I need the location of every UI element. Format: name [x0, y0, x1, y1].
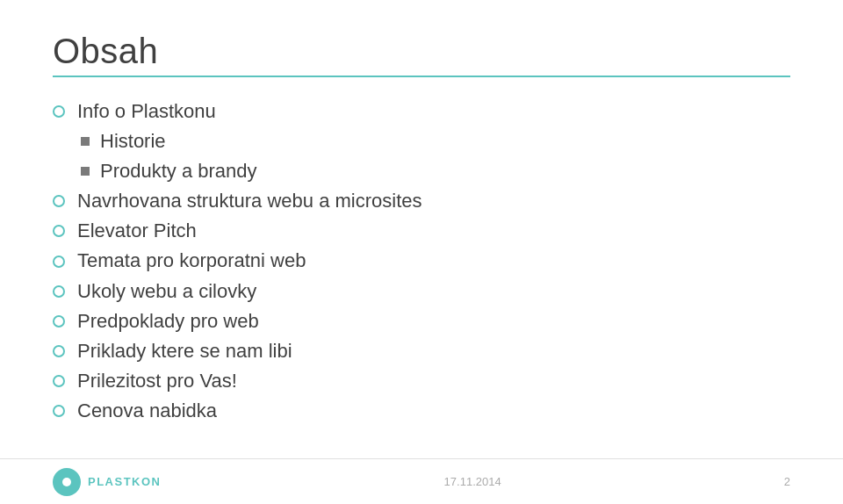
footer-date: 17.11.2014 — [444, 475, 501, 488]
footer-page: 2 — [784, 475, 790, 488]
list-item-text: Navrhovana struktura webu a microsites — [77, 186, 422, 216]
title-section: Obsah — [53, 32, 790, 77]
list-item-text: Temata pro korporatni web — [77, 246, 306, 276]
bullet-circle-icon — [53, 256, 65, 268]
list-item-text: Elevator Pitch — [77, 216, 197, 246]
bullet-circle-icon — [53, 345, 65, 357]
slide-title: Obsah — [53, 32, 790, 70]
bullet-circle-icon — [53, 285, 65, 298]
list-item-text: Info o Plastkonu — [77, 97, 216, 126]
logo-text: PLASTKON — [88, 475, 162, 488]
list-item-text: Predpoklady pro web — [77, 306, 259, 336]
list-item: Temata pro korporatni web — [53, 246, 790, 276]
list-item: Cenova nabidka — [53, 396, 790, 426]
list-item-text: Produkty a brandy — [100, 156, 257, 186]
list-item-text: Prilezitost pro Vas! — [77, 366, 237, 396]
list-item-text: Cenova nabidka — [77, 396, 217, 426]
list-item: Priklady ktere se nam libi — [53, 336, 790, 366]
list-item: Info o Plastkonu — [53, 97, 790, 126]
bullet-circle-icon — [53, 225, 65, 237]
bullet-square-icon — [81, 167, 90, 176]
title-divider — [53, 76, 790, 77]
list-item: Prilezitost pro Vas! — [53, 366, 790, 396]
list-item: Produkty a brandy — [53, 156, 790, 186]
list-item-text: Historie — [100, 126, 166, 156]
bullet-circle-icon — [53, 195, 65, 207]
list-item: Navrhovana struktura webu a microsites — [53, 186, 790, 216]
bullet-circle-icon — [53, 405, 65, 417]
list-item: Predpoklady pro web — [53, 306, 790, 336]
bullet-circle-icon — [53, 315, 65, 328]
slide: Obsah Info o PlastkonuHistorieProdukty a… — [0, 0, 843, 504]
list-item-text: Priklady ktere se nam libi — [77, 336, 292, 366]
list-item: Elevator Pitch — [53, 216, 790, 246]
bullet-square-icon — [81, 137, 90, 146]
content-list: Info o PlastkonuHistorieProdukty a brand… — [53, 97, 790, 426]
list-item: Ukoly webu a cilovky — [53, 277, 790, 306]
logo-icon — [53, 468, 81, 496]
logo-area: PLASTKON — [53, 468, 162, 496]
list-item: Historie — [53, 126, 790, 156]
list-item-text: Ukoly webu a cilovky — [77, 277, 256, 306]
bullet-circle-icon — [53, 375, 65, 387]
logo-inner-circle — [62, 478, 71, 486]
footer: PLASTKON 17.11.2014 2 — [0, 458, 843, 504]
bullet-circle-icon — [53, 105, 65, 118]
